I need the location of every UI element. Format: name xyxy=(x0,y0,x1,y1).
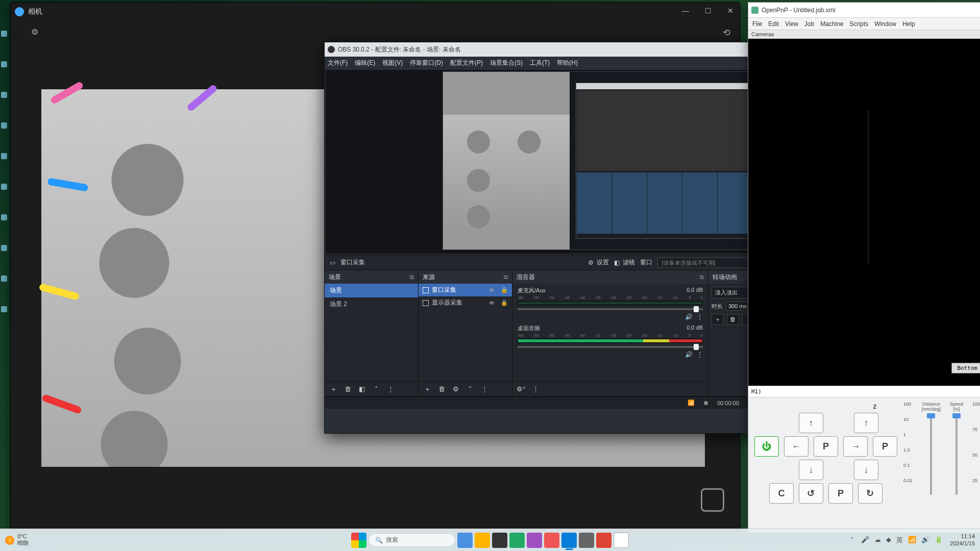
jog-cw-button[interactable]: ↻ xyxy=(858,483,883,504)
scene-more-icon[interactable]: ⋮ xyxy=(385,384,396,395)
weather-widget[interactable]: 0°C 晴朗 xyxy=(5,533,29,547)
jog-c-button[interactable]: C xyxy=(769,483,794,504)
pnp-menu-window[interactable]: Window xyxy=(874,20,896,28)
menu-docks[interactable]: 停靠窗口(D) xyxy=(410,59,443,67)
taskbar: 0°C 晴朗 🔍 搜索 ˄ 🎤 ☁ ◆ 英 xyxy=(0,529,980,551)
bottom-camera-button[interactable]: Bottom xyxy=(951,363,980,373)
pnp-menu-scripts[interactable]: Scripts xyxy=(850,20,869,28)
camera-minimize[interactable]: — xyxy=(679,7,692,15)
tray-app-icon[interactable]: ◆ xyxy=(886,536,891,545)
jog-y-down-button[interactable]: ↓ xyxy=(799,460,823,480)
taskbar-app-9[interactable] xyxy=(596,533,611,548)
jog-x-left-button[interactable]: ← xyxy=(784,436,808,457)
tray-expand-icon[interactable]: ˄ xyxy=(851,537,854,543)
pnp-title-bar[interactable]: OpenPnP - Untitled.job.xml xyxy=(748,3,980,18)
source-visibility-icon[interactable]: 👁 xyxy=(489,300,495,306)
tray-onedrive-icon[interactable]: ☁ xyxy=(874,536,881,545)
sources-popout-icon[interactable]: ⧉ xyxy=(504,274,508,281)
taskbar-app-6[interactable] xyxy=(544,533,559,548)
taskbar-app-4[interactable] xyxy=(509,533,525,548)
menu-profile[interactable]: 配置文件(P) xyxy=(450,59,483,67)
scene-up-icon[interactable]: ˄ xyxy=(371,384,382,395)
menu-help[interactable]: 帮助(H) xyxy=(557,59,578,67)
menu-file[interactable]: 文件(F) xyxy=(328,59,348,67)
mic-mute-icon[interactable]: 🔊 xyxy=(685,313,693,320)
taskbar-app-5[interactable] xyxy=(527,533,542,548)
mixer-more-icon[interactable]: ⋮ xyxy=(530,384,541,395)
desktop-mute-icon[interactable]: 🔊 xyxy=(685,351,693,358)
source-lock-icon[interactable]: 🔒 xyxy=(501,299,508,306)
camera-close[interactable]: ✕ xyxy=(724,7,737,15)
pnp-menu-edit[interactable]: Edit xyxy=(768,20,779,28)
menu-scene-collection[interactable]: 场景集合(S) xyxy=(490,59,523,67)
source-visibility-icon[interactable]: 👁 xyxy=(489,287,495,293)
tray-mic-icon[interactable]: 🎤 xyxy=(861,536,869,545)
mixer-advanced-icon[interactable]: ⚙° xyxy=(516,384,527,395)
pnp-menu-machine[interactable]: Machine xyxy=(820,20,843,28)
jog-ccw-button[interactable]: ↺ xyxy=(799,483,823,504)
scene-filter-icon[interactable]: ◧ xyxy=(356,384,368,395)
taskbar-app-3[interactable] xyxy=(492,533,507,548)
park-z-button[interactable]: P xyxy=(873,436,897,457)
scenes-popout-icon[interactable]: ⧉ xyxy=(410,274,414,281)
source-lock-icon[interactable]: 🔒 xyxy=(501,287,508,293)
jog-y-up-button[interactable]: ↑ xyxy=(799,413,823,433)
taskbar-app-obs[interactable] xyxy=(579,533,594,548)
mixer-popout-icon[interactable]: ⧉ xyxy=(700,274,704,281)
tray-battery-icon[interactable]: 🔋 xyxy=(935,536,943,545)
source-remove-icon[interactable]: 🗑 xyxy=(436,384,447,395)
tray-wifi-icon[interactable]: 📶 xyxy=(908,536,916,545)
desktop-volume-slider[interactable] xyxy=(518,346,703,348)
source-up-icon[interactable]: ˄ xyxy=(464,384,476,395)
desktop-more-icon[interactable]: ⋮ xyxy=(697,351,703,358)
source-filters-button[interactable]: ◧滤镜 xyxy=(614,258,635,267)
taskbar-app-openpnp[interactable] xyxy=(614,533,629,548)
cameras-label: Cameras xyxy=(748,30,980,39)
pnp-menu-job[interactable]: Job xyxy=(804,20,814,28)
obs-app-icon xyxy=(328,46,335,53)
menu-tools[interactable]: 工具(T) xyxy=(530,59,550,67)
mic-more-icon[interactable]: ⋮ xyxy=(697,313,703,320)
pnp-menu-file[interactable]: File xyxy=(752,20,762,28)
jog-x-right-button[interactable]: → xyxy=(843,436,868,457)
taskbar-clock[interactable]: 11:14 2024/1/15 xyxy=(950,533,975,546)
source-item-window-capture[interactable]: 窗口采集 👁 🔒 xyxy=(419,284,512,296)
tray-volume-icon[interactable]: 🔊 xyxy=(921,536,929,545)
source-properties-icon[interactable]: ⚙ xyxy=(450,384,461,395)
pnp-camera-view[interactable] xyxy=(748,39,980,386)
taskbar-app-explorer[interactable] xyxy=(475,533,490,548)
speed-slider[interactable] xyxy=(955,413,958,495)
distance-slider[interactable] xyxy=(930,413,932,495)
mic-volume-slider[interactable] xyxy=(518,308,703,310)
pnp-menu-help[interactable]: Help xyxy=(902,20,915,28)
camera-settings-icon[interactable]: ⚙ xyxy=(31,27,38,37)
taskbar-app-1[interactable] xyxy=(457,533,473,548)
source-add-icon[interactable]: ＋ xyxy=(422,384,433,395)
transition-add-icon[interactable]: ＋ xyxy=(712,314,724,325)
source-settings-button[interactable]: ⚙设置 xyxy=(588,258,609,267)
camera-title-bar[interactable]: 相机 xyxy=(11,3,740,21)
start-button[interactable] xyxy=(351,533,366,548)
scene-item-2[interactable]: 场景 2 xyxy=(325,297,418,311)
park-rotation-button[interactable]: P xyxy=(828,483,853,504)
camera-capture-button[interactable] xyxy=(701,488,724,512)
menu-edit[interactable]: 编辑(E) xyxy=(355,59,375,67)
camera-maximize[interactable]: ☐ xyxy=(702,7,714,15)
scene-remove-icon[interactable]: 🗑 xyxy=(342,384,353,395)
jog-z-up-button[interactable]: ↑ xyxy=(854,413,878,433)
source-item-display-capture[interactable]: 显示器采集 👁 🔒 xyxy=(419,296,512,309)
menu-view[interactable]: 视图(V) xyxy=(382,59,403,67)
source-more-icon[interactable]: ⋮ xyxy=(479,384,490,395)
tray-ime-icon[interactable]: 英 xyxy=(896,536,903,545)
jog-z-down-button[interactable]: ↓ xyxy=(854,460,878,480)
pnp-menu-view[interactable]: View xyxy=(785,20,798,28)
taskbar-app-camera[interactable] xyxy=(561,533,577,548)
park-xy-button[interactable]: P xyxy=(814,436,838,457)
mic-meter xyxy=(518,301,703,305)
scene-item-1[interactable]: 场景 xyxy=(325,284,418,297)
scene-add-icon[interactable]: ＋ xyxy=(328,384,339,395)
transition-remove-icon[interactable]: 🗑 xyxy=(727,314,739,325)
camera-switch-icon[interactable]: ⟲ xyxy=(723,27,730,38)
taskbar-search[interactable]: 🔍 搜索 xyxy=(369,533,455,547)
power-button[interactable]: ⏻ xyxy=(754,436,779,457)
